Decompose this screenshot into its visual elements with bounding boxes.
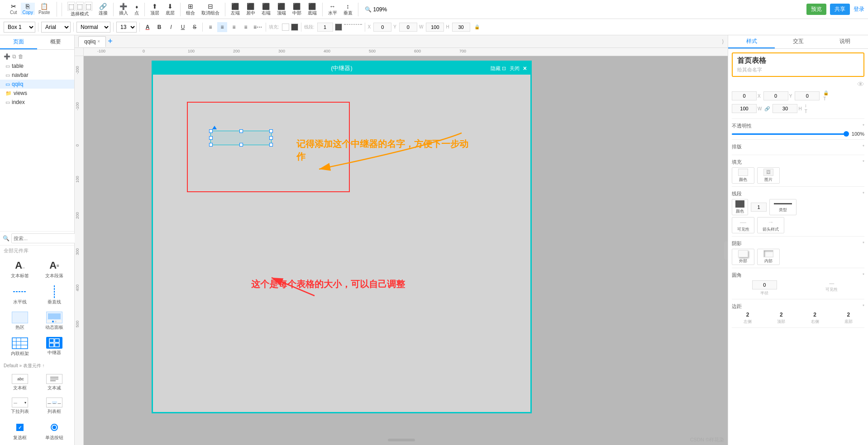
copy-button[interactable]: ⎘ Copy <box>21 3 35 15</box>
cut-button[interactable]: ✂ Cut <box>8 3 19 15</box>
font-family-select[interactable]: Arial <box>41 22 71 33</box>
component-dynamic[interactable]: 动态面板 <box>38 309 71 333</box>
fill-color-button[interactable]: 颜色 <box>732 167 754 184</box>
border-type-button[interactable]: 类型 <box>769 199 796 215</box>
point-button[interactable]: ⬧ 点 <box>132 2 142 17</box>
add-tab-button[interactable]: + <box>108 37 113 46</box>
align-center-text-button[interactable]: ≡ <box>217 22 227 32</box>
arrow-style-button[interactable]: → 箭头样式 <box>757 217 784 233</box>
inner-shadow-button[interactable]: 内部 <box>757 249 780 265</box>
page-close-x-button[interactable]: × <box>523 65 527 72</box>
login-button[interactable]: 登录 <box>854 5 864 13</box>
component-checkbox[interactable]: ✓ 复选框 <box>4 419 36 443</box>
align-left-button[interactable]: ⬛ 左端 <box>228 2 243 17</box>
tree-item-views[interactable]: 📁 views <box>0 89 74 98</box>
x-input[interactable] <box>732 91 757 100</box>
align-justify-text-button[interactable]: ≡ <box>241 22 251 32</box>
component-hotspot[interactable]: 热区 <box>4 309 36 333</box>
height-prop-input[interactable] <box>773 104 797 113</box>
component-repeater[interactable]: 中继器 <box>38 335 71 359</box>
paste-button[interactable]: 📋 Paste <box>37 3 52 15</box>
resize-handle-mr[interactable] <box>269 136 273 140</box>
close-page-button[interactable]: 关闭 <box>510 65 520 72</box>
align-vcenter-button[interactable]: ⬛ 中部 <box>290 2 304 17</box>
resize-handle-bc[interactable] <box>239 143 243 147</box>
resize-handle-ml[interactable] <box>209 136 213 140</box>
component-textarea[interactable]: 文本减 <box>38 372 71 393</box>
right-tab-description[interactable]: 说明 <box>821 35 868 48</box>
canvas-right-handle[interactable] <box>724 241 728 260</box>
font-size-select[interactable]: 13 <box>116 22 137 33</box>
visibility-prop-button[interactable]: — 可见性 <box>732 217 754 233</box>
component-v-line[interactable]: 垂直线 <box>38 283 71 308</box>
visibility-toggle[interactable]: 👁 <box>857 80 864 89</box>
right-tab-interaction[interactable]: 交互 <box>775 35 821 48</box>
align-center-button[interactable]: ⬛ 居中 <box>243 2 258 17</box>
insert-button[interactable]: ➕ 插入 <box>116 2 131 17</box>
share-button[interactable]: 共享 <box>830 4 850 15</box>
resize-handle-tl[interactable] <box>209 129 213 133</box>
fill-color-swatch[interactable] <box>282 24 289 31</box>
h-spacing-button[interactable]: ↔ 水平 <box>325 2 340 17</box>
copy-page-button[interactable]: ⧉ <box>12 53 16 60</box>
canvas-container[interactable]: -200 -100 0 100 200 300 400 500 (中继器) <box>75 56 728 445</box>
border-width-input[interactable] <box>751 203 767 212</box>
canvas-tab-qqiiq[interactable]: qqiiq × <box>78 36 106 47</box>
resize-handle-bl[interactable] <box>209 143 213 147</box>
font-style-select[interactable]: Normal <box>76 22 110 33</box>
align-left-text-button[interactable]: ≡ <box>205 22 215 32</box>
x-coord-input[interactable]: 0 <box>373 23 391 32</box>
component-inline-frame[interactable]: 内联框架 <box>4 335 36 359</box>
line-color-swatch[interactable] <box>335 24 342 31</box>
strikethrough-button[interactable]: S <box>190 22 200 32</box>
tree-item-navbar[interactable]: ▭ navbar <box>0 71 74 80</box>
v-spacing-button[interactable]: ↕ 垂直 <box>341 2 355 17</box>
resize-handle-tr[interactable] <box>269 129 273 133</box>
opacity-slider-thumb[interactable] <box>844 131 849 137</box>
component-textbox[interactable]: abc 文本框 <box>4 372 36 393</box>
component-h-line[interactable]: 水平线 <box>4 283 36 308</box>
link-button[interactable]: 🔗 连接 <box>96 2 110 17</box>
fill-pattern-swatch[interactable] <box>291 24 298 31</box>
align-top-button[interactable]: ⬛ 顶端 <box>274 2 289 17</box>
right-tab-style[interactable]: 样式 <box>728 35 775 48</box>
hide-button[interactable]: 隐藏 ⊡ <box>491 65 506 72</box>
corner-radius-input[interactable] <box>752 280 777 289</box>
delete-page-button[interactable]: 🗑 <box>18 53 24 60</box>
component-radio[interactable]: 单选按钮 <box>38 419 71 443</box>
component-text-title[interactable]: A_ 文本标签 <box>4 257 36 281</box>
height-input[interactable]: 30 <box>452 23 470 32</box>
component-search-input[interactable] <box>11 233 78 243</box>
preview-button[interactable]: 预览 <box>806 4 826 15</box>
y-coord-input[interactable]: 0 <box>399 23 417 32</box>
outer-shadow-button[interactable]: 外部 <box>732 249 754 265</box>
tree-item-table[interactable]: ▭ table <box>0 62 74 71</box>
tree-item-qqiiq[interactable]: ▭ qqiiq <box>0 80 74 89</box>
underline-button[interactable]: U <box>178 22 188 32</box>
canvas-scrollbar[interactable] <box>388 439 415 441</box>
tree-item-index[interactable]: ▭ index <box>0 98 74 107</box>
collapse-panel-button[interactable]: ⟩ <box>722 38 724 45</box>
component-dropdown[interactable]: — ▾ 下拉列表 <box>4 395 36 417</box>
ungroup-button[interactable]: ⊟ 取消组合 <box>199 2 222 17</box>
bold-button[interactable]: B <box>154 22 164 32</box>
align-right-button[interactable]: ⬛ 右端 <box>259 2 273 17</box>
group-button[interactable]: ⊞ 组合 <box>183 2 198 17</box>
align-right-text-button[interactable]: ≡ <box>229 22 239 32</box>
top-layer-button[interactable]: ⬆ 顶层 <box>148 2 162 17</box>
new-page-button[interactable]: ➕ <box>4 53 10 60</box>
width-input[interactable]: 100 <box>426 23 444 32</box>
font-color-button[interactable]: A <box>143 22 153 32</box>
border-color-button[interactable]: 颜色 <box>732 199 748 215</box>
lock-ratio-button[interactable]: 🔒 <box>472 22 482 32</box>
close-tab-button[interactable]: × <box>97 39 100 44</box>
width-prop-input[interactable] <box>732 104 757 113</box>
line-width-input[interactable]: 1 <box>317 23 333 32</box>
fill-image-button[interactable]: 🖼 图片 <box>757 167 780 184</box>
z-input[interactable] <box>795 91 820 100</box>
opacity-slider[interactable] <box>732 133 846 135</box>
element-name-select[interactable]: Box 1 <box>4 22 35 33</box>
y-input[interactable] <box>763 91 788 100</box>
line-style-swatch[interactable] <box>344 24 362 30</box>
tab-pages[interactable]: 页面 <box>0 35 37 49</box>
